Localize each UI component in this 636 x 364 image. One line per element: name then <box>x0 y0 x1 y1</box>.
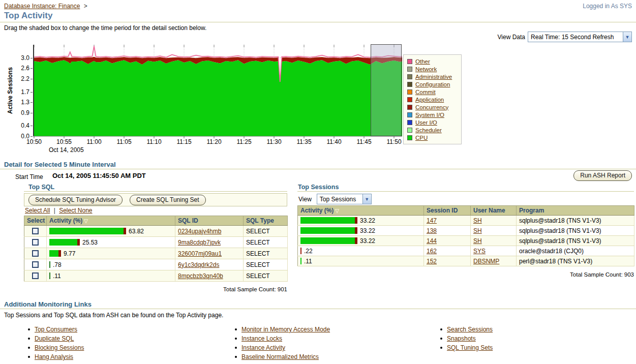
session-id-link[interactable]: 147 <box>427 217 437 224</box>
legend-item: Concurrency <box>407 103 459 111</box>
session-id-link[interactable]: 144 <box>427 237 437 245</box>
monitoring-link-sql-tuning-sets[interactable]: SQL Tuning Sets <box>447 344 493 351</box>
user-name-link[interactable]: SH <box>473 237 482 245</box>
monitoring-link-snapshots[interactable]: Snapshots <box>447 335 476 342</box>
activity-bar-wrap: 63.82 <box>49 227 172 235</box>
monitoring-link-top-consumers[interactable]: Top Consumers <box>35 326 77 333</box>
sql-id-link[interactable]: 0234upajv4hmb <box>178 228 221 235</box>
legend-link[interactable]: Scheduler <box>415 127 442 133</box>
monitoring-link-item: Blocking Sessions <box>28 344 84 353</box>
legend-link[interactable]: User I/O <box>415 119 437 126</box>
legend-swatch-network <box>407 67 412 72</box>
top-sessions-view-select[interactable]: Top Sessions ▼ <box>317 194 372 204</box>
activity-bar-wrap: 25.53 <box>49 238 172 247</box>
column-header-activity-[interactable]: Activity (%)▽ <box>298 206 424 216</box>
view-data-select[interactable]: Real Time: 15 Second Refresh ▼ <box>528 32 632 42</box>
legend-item: Commit <box>407 88 459 96</box>
user-name-link[interactable]: SYS <box>473 248 486 255</box>
bullet-icon <box>28 328 30 330</box>
row-checkbox[interactable] <box>32 239 39 246</box>
legend-swatch-cpu <box>407 135 412 140</box>
x-tick-label: 11:00 <box>82 138 106 145</box>
sql-id-cell: 326007mj09au1 <box>175 248 244 259</box>
session-id-link[interactable]: 162 <box>427 248 437 255</box>
select-cell <box>24 248 47 259</box>
program-cell: sqlplus@stadr18 (TNS V1-V3) <box>517 216 634 226</box>
select-none-link[interactable]: Select None <box>59 207 92 214</box>
legend-item: Other <box>407 57 459 65</box>
monitoring-link-blocking-sessions[interactable]: Blocking Sessions <box>35 344 84 351</box>
time-selection-box[interactable] <box>371 44 402 136</box>
column-header-activity-[interactable]: Activity (%)▽ <box>47 216 175 226</box>
top-sessions-row: 33.22147SHsqlplus@stadr18 (TNS V1-V3) <box>298 216 634 226</box>
sql-id-link[interactable]: 9ma8cdqb7jpvk <box>178 239 221 246</box>
top-sql-row: 63.820234upajv4hmbSELECT <box>24 226 288 237</box>
column-header-sql-id: SQL ID <box>175 216 244 226</box>
activity-cell: .78 <box>47 259 175 270</box>
monitoring-link-baseline-normalized-metrics[interactable]: Baseline Normalized Metrics <box>241 353 319 360</box>
column-header-program: Program <box>517 206 634 216</box>
drag-hint-text: Drag the shaded box to change the time p… <box>4 24 206 32</box>
column-header-label: Program <box>519 207 544 214</box>
sql-id-link[interactable]: 8mpcbzb3qn40b <box>178 272 223 280</box>
activity-bar-wrap: 9.77 <box>49 249 172 258</box>
legend-link[interactable]: Network <box>415 66 437 72</box>
bullet-icon <box>28 347 30 349</box>
run-ash-report-button[interactable]: Run ASH Report <box>573 170 632 181</box>
session-id-link[interactable]: 152 <box>427 258 437 265</box>
row-checkbox[interactable] <box>32 250 39 257</box>
activity-bar <box>49 250 61 257</box>
legend-link[interactable]: CPU <box>415 135 428 141</box>
legend-link[interactable]: Administrative <box>415 74 452 80</box>
monitoring-link-search-sessions[interactable]: Search Sessions <box>447 326 493 333</box>
monitoring-link-duplicate-sql[interactable]: Duplicate SQL <box>35 335 74 342</box>
legend-item: Configuration <box>407 80 459 88</box>
row-checkbox[interactable] <box>32 272 39 279</box>
view-label: View <box>298 196 312 203</box>
legend-link[interactable]: Application <box>415 97 444 103</box>
sql-id-link[interactable]: 326007mj09au1 <box>178 250 222 257</box>
legend-link[interactable]: Commit <box>415 89 436 95</box>
monitoring-link-instance-activity[interactable]: Instance Activity <box>241 344 285 351</box>
header-divider <box>0 22 636 22</box>
activity-cell: 63.82 <box>47 226 175 237</box>
x-tick-label: 11:50 <box>382 138 406 145</box>
column-header-session-id: Session ID <box>424 206 471 216</box>
activity-bar-green <box>300 237 355 244</box>
chart-legend: OtherNetworkAdministrativeConfigurationC… <box>403 54 462 144</box>
legend-link[interactable]: System I/O <box>415 112 444 118</box>
y-tick-label: 1.3 <box>12 99 29 106</box>
monitoring-link-hang-analysis[interactable]: Hang Analysis <box>35 353 73 360</box>
x-tick-label: 11:30 <box>262 138 286 145</box>
x-tick-label: 11:40 <box>322 138 346 145</box>
user-name-link[interactable]: DBSNMP <box>473 258 499 265</box>
sql-id-cell: 6y1c3dqdrk2ds <box>175 259 244 270</box>
monitoring-link-monitor-in-memory-access-mode[interactable]: Monitor in Memory Access Mode <box>241 326 330 333</box>
monitoring-link-item: Duplicate SQL <box>28 335 84 344</box>
monitoring-link-instance-locks[interactable]: Instance Locks <box>241 335 282 342</box>
y-tick-label: 2.6 <box>12 65 29 72</box>
legend-link[interactable]: Configuration <box>415 81 450 87</box>
detail-divider <box>0 169 636 169</box>
top-sessions-row: 33.22144SHsqlplus@stadr18 (TNS V1-V3) <box>298 236 634 246</box>
column-header-label: User Name <box>473 207 505 214</box>
user-name-link[interactable]: SH <box>473 227 482 234</box>
schedule-sql-tuning-advisor-button[interactable]: Schedule SQL Tuning Advisor <box>28 195 123 205</box>
y-tick-mark <box>31 92 33 93</box>
x-tick-label: 11:15 <box>172 138 196 145</box>
sql-id-link[interactable]: 6y1c3dqdrk2ds <box>178 261 219 268</box>
active-sessions-chart <box>33 45 402 139</box>
legend-swatch-commit <box>407 89 412 95</box>
row-checkbox[interactable] <box>32 261 39 268</box>
legend-link[interactable]: Concurrency <box>415 104 448 110</box>
session-id-link[interactable]: 138 <box>427 227 437 234</box>
select-cell <box>24 259 47 270</box>
row-checkbox[interactable] <box>32 228 39 234</box>
legend-link[interactable]: Other <box>415 58 430 65</box>
select-all-link[interactable]: Select All <box>25 207 50 214</box>
breadcrumb-database-instance-link[interactable]: Database Instance: Finance <box>4 3 80 10</box>
monitoring-link-item: Instance Locks <box>235 335 330 344</box>
user-name-link[interactable]: SH <box>473 217 482 224</box>
select-cell <box>24 226 47 237</box>
create-sql-tuning-set-button[interactable]: Create SQL Tuning Set <box>130 195 206 205</box>
